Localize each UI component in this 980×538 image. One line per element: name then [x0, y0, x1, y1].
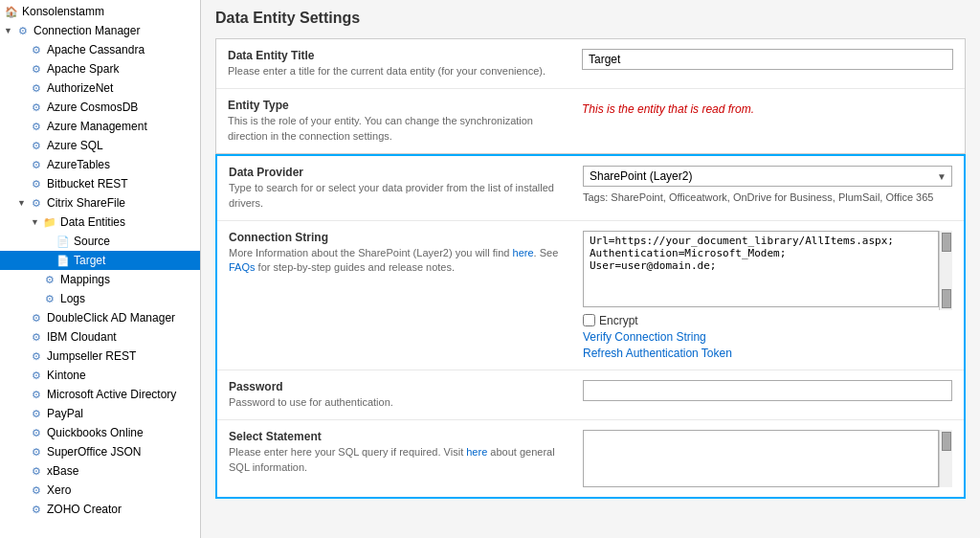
data-entity-title-label-col: Data Entity Title Please enter a title f…	[228, 49, 582, 78]
sidebar-item-mappings[interactable]: ⚙Mappings	[0, 270, 200, 289]
data-provider-tags: Tags: SharePoint, Officeatwork, OnDrive …	[583, 191, 952, 203]
connector-icon: ⚙	[29, 368, 44, 383]
sidebar-item-zoho-creator[interactable]: ⚙ZOHO Creator	[0, 500, 200, 519]
sidebar-item-connection-manager[interactable]: ▼⚙Connection Manager	[0, 21, 200, 40]
connector-icon: ⚙	[29, 406, 44, 421]
encrypt-label: Encrypt	[599, 314, 638, 327]
sidebar-item-jumpseller-rest[interactable]: ⚙Jumpseller REST	[0, 347, 200, 366]
encrypt-checkbox[interactable]	[583, 314, 595, 326]
select-scrollbar-thumb	[942, 432, 951, 451]
data-entity-title-row: Data Entity Title Please enter a title f…	[216, 39, 965, 89]
entity-type-label-col: Entity Type This is the role of your ent…	[228, 99, 582, 144]
sidebar-item-xbase[interactable]: ⚙xBase	[0, 461, 200, 481]
sidebar-item-label: IBM Cloudant	[47, 330, 117, 344]
sidebar-item-label: Bitbucket REST	[47, 177, 128, 191]
sidebar-root-label: Konsolenstamm	[22, 5, 104, 18]
folder-icon: 📁	[42, 214, 57, 230]
connection-string-row: Connection String More Information about…	[217, 221, 964, 370]
encrypt-row: Encrypt	[583, 314, 952, 327]
select-statement-label-col: Select Statement Please enter here your …	[229, 430, 583, 475]
data-provider-label: Data Provider	[229, 166, 564, 179]
select-desc-prefix: Please enter here your SQL query if requ…	[229, 446, 466, 458]
chevron-icon: ▼	[31, 217, 40, 227]
data-provider-label-col: Data Provider Type to search for or sele…	[229, 166, 583, 211]
scrollbar-thumb-top	[942, 233, 951, 252]
sidebar-item-label: AuthorizeNet	[47, 81, 113, 95]
sidebar-item-azure-cosmosdb[interactable]: ⚙Azure CosmosDB	[0, 98, 200, 117]
sidebar-item-label: Xero	[47, 483, 71, 497]
sidebar-item-apache-spark[interactable]: ⚙Apache Spark	[0, 59, 200, 78]
sidebar-item-label: Microsoft Active Directory	[47, 388, 176, 401]
refresh-auth-token-link[interactable]: Refresh Authentication Token	[583, 347, 952, 360]
sidebar-item-label: ZOHO Creator	[47, 503, 122, 516]
connector-icon: ⚙	[15, 23, 31, 38]
connector-icon: ⚙	[29, 502, 44, 517]
connector-icon: ⚙	[29, 138, 44, 153]
connection-string-label: Connection String	[229, 231, 564, 244]
sidebar-item-kintone[interactable]: ⚙Kintone	[0, 366, 200, 385]
sidebar-item-ibm-cloudant[interactable]: ⚙IBM Cloudant	[0, 327, 200, 347]
connection-string-textarea[interactable]: Url=https://your_document_library/AllIte…	[583, 231, 939, 307]
sidebar-item-label: Target	[74, 254, 105, 267]
connection-string-textarea-wrapper: Url=https://your_document_library/AllIte…	[583, 231, 952, 310]
data-provider-row: Data Provider Type to search for or sele…	[217, 156, 964, 221]
sidebar-item-xero[interactable]: ⚙Xero	[0, 481, 200, 500]
sidebar-item-quickbooks-online[interactable]: ⚙Quickbooks Online	[0, 423, 200, 442]
sidebar-item-source[interactable]: 📄Source	[0, 232, 200, 251]
password-row: Password Password to use for authenticat…	[217, 370, 964, 420]
sidebar-item-label: Apache Cassandra	[47, 43, 145, 56]
sidebar-item-azure-sql[interactable]: ⚙Azure SQL	[0, 136, 200, 155]
sidebar-item-authorizenet[interactable]: ⚙AuthorizeNet	[0, 78, 200, 98]
sidebar-item-logs[interactable]: ⚙Logs	[0, 289, 200, 308]
sidebar-item-label: Azure Management	[47, 120, 147, 133]
sidebar-item-label: Kintone	[47, 369, 86, 382]
sidebar-item-bitbucket-rest[interactable]: ⚙Bitbucket REST	[0, 174, 200, 193]
entity-type-label: Entity Type	[228, 99, 563, 112]
sidebar-item-azure-management[interactable]: ⚙Azure Management	[0, 117, 200, 136]
conn-faq-link[interactable]: FAQs	[229, 261, 256, 273]
sidebar-item-microsoft-ad[interactable]: ⚙Microsoft Active Directory	[0, 385, 200, 404]
sidebar-item-label: Logs	[60, 292, 85, 305]
sidebar-item-target[interactable]: 📄Target	[0, 251, 200, 270]
connector-icon: ⚙	[29, 42, 44, 57]
conn-desc-prefix: More Information about the SharePoint (L…	[229, 247, 513, 258]
connector-icon: ⚙	[29, 61, 44, 77]
sidebar-item-data-entities[interactable]: ▼📁Data Entities	[0, 213, 200, 232]
conn-desc-suffix: for step-by-step guides and release note…	[256, 261, 456, 273]
connector-icon: ⚙	[29, 310, 44, 325]
password-input[interactable]	[583, 380, 952, 401]
sidebar-item-paypal[interactable]: ⚙PayPal	[0, 404, 200, 423]
sidebar-item-azuretables[interactable]: ⚙AzureTables	[0, 155, 200, 174]
main-content: Data Entity Settings Data Entity Title P…	[201, 0, 980, 538]
data-provider-select[interactable]: SharePoint (Layer2)	[583, 166, 952, 187]
sidebar-item-doubleclick-ad[interactable]: ⚙DoubleClick AD Manager	[0, 308, 200, 327]
password-label-col: Password Password to use for authenticat…	[229, 380, 583, 410]
page-title: Data Entity Settings	[215, 10, 966, 27]
data-entity-title-input[interactable]	[582, 49, 953, 70]
select-here-link[interactable]: here	[466, 446, 487, 458]
select-statement-textarea[interactable]	[583, 430, 939, 487]
connector-icon: ⚙	[29, 100, 44, 115]
conn-desc-middle: . See	[534, 247, 559, 258]
top-sections: Data Entity Title Please enter a title f…	[215, 38, 966, 154]
data-provider-desc: Type to search for or select your data p…	[229, 181, 564, 211]
sidebar-item-label: Source	[74, 235, 110, 248]
sidebar-item-superoffice-json[interactable]: ⚙SuperOffice JSON	[0, 442, 200, 461]
connector-icon: ⚙	[29, 348, 44, 364]
sidebar-item-label: Citrix ShareFile	[47, 196, 125, 210]
sidebar-item-label: Apache Spark	[47, 62, 119, 76]
sidebar: 🏠 Konsolenstamm ▼⚙Connection Manager⚙Apa…	[0, 0, 201, 538]
sidebar-item-label: Connection Manager	[33, 24, 140, 37]
highlighted-section: Data Provider Type to search for or sele…	[215, 154, 966, 499]
connector-icon: ⚙	[29, 387, 44, 402]
sidebar-root-item[interactable]: 🏠 Konsolenstamm	[0, 2, 200, 21]
conn-here-link[interactable]: here	[513, 247, 534, 258]
connector-icon: ⚙	[42, 272, 57, 287]
data-entity-title-control	[582, 49, 953, 70]
sidebar-item-citrix-sharefile[interactable]: ▼⚙Citrix ShareFile	[0, 193, 200, 213]
sidebar-item-label: DoubleClick AD Manager	[47, 311, 175, 325]
sidebar-item-apache-cassandra[interactable]: ⚙Apache Cassandra	[0, 40, 200, 59]
verify-connection-link[interactable]: Verify Connection String	[583, 330, 952, 344]
password-label: Password	[229, 380, 564, 393]
connector-icon: ⚙	[29, 482, 44, 498]
